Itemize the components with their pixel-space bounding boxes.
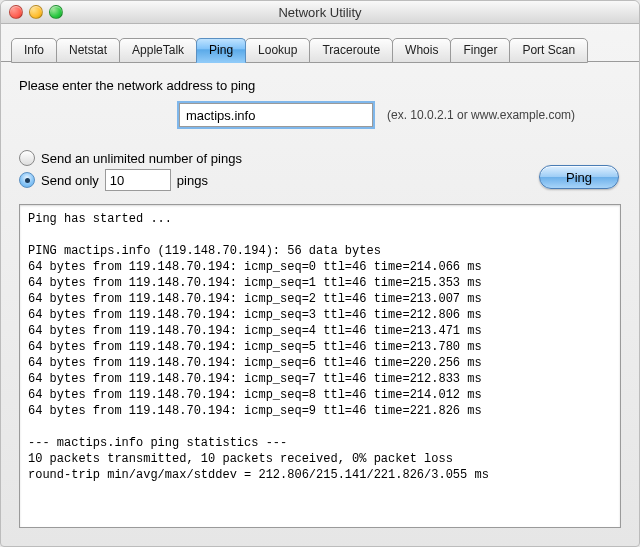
address-prompt: Please enter the network address to ping: [19, 78, 621, 93]
content-area: Please enter the network address to ping…: [1, 62, 639, 546]
output-text: Ping has started ... PING mactips.info (…: [28, 211, 612, 483]
radio-limited-prefix: Send only: [41, 173, 99, 188]
address-input[interactable]: [179, 103, 373, 127]
window-title: Network Utility: [278, 5, 361, 20]
tab-finger[interactable]: Finger: [450, 38, 510, 63]
tab-label: Port Scan: [522, 43, 575, 57]
close-icon[interactable]: [9, 5, 23, 19]
tab-traceroute[interactable]: Traceroute: [309, 38, 393, 63]
tab-info[interactable]: Info: [11, 38, 57, 63]
output-panel[interactable]: Ping has started ... PING mactips.info (…: [19, 204, 621, 528]
minimize-icon[interactable]: [29, 5, 43, 19]
tab-label: Lookup: [258, 43, 297, 57]
tab-label: Netstat: [69, 43, 107, 57]
tab-label: Traceroute: [322, 43, 380, 57]
tab-appletalk[interactable]: AppleTalk: [119, 38, 197, 63]
radio-limited-row[interactable]: Send only pings: [19, 169, 242, 191]
tab-label: AppleTalk: [132, 43, 184, 57]
radio-limited[interactable]: [19, 172, 35, 188]
tab-netstat[interactable]: Netstat: [56, 38, 120, 63]
radio-unlimited-row[interactable]: Send an unlimited number of pings: [19, 150, 242, 166]
ping-options: Send an unlimited number of pings Send o…: [19, 147, 242, 194]
ping-button-label: Ping: [566, 170, 592, 185]
tab-port-scan[interactable]: Port Scan: [509, 38, 588, 63]
tab-bar: InfoNetstatAppleTalkPingLookupTraceroute…: [11, 38, 629, 62]
ping-count-input[interactable]: [105, 169, 171, 191]
tab-lookup[interactable]: Lookup: [245, 38, 310, 63]
ping-options-row: Send an unlimited number of pings Send o…: [19, 147, 621, 194]
ping-button[interactable]: Ping: [539, 165, 619, 189]
tab-label: Ping: [209, 43, 233, 57]
zoom-icon[interactable]: [49, 5, 63, 19]
tab-label: Whois: [405, 43, 438, 57]
network-utility-window: Network Utility InfoNetstatAppleTalkPing…: [0, 0, 640, 547]
radio-limited-suffix: pings: [177, 173, 208, 188]
radio-unlimited[interactable]: [19, 150, 35, 166]
titlebar: Network Utility: [1, 1, 639, 24]
address-example-hint: (ex. 10.0.2.1 or www.example.com): [387, 108, 575, 122]
tab-label: Info: [24, 43, 44, 57]
radio-unlimited-label: Send an unlimited number of pings: [41, 151, 242, 166]
tab-label: Finger: [463, 43, 497, 57]
tab-ping[interactable]: Ping: [196, 38, 246, 63]
traffic-lights: [9, 5, 63, 19]
address-row: (ex. 10.0.2.1 or www.example.com): [179, 103, 621, 127]
tab-whois[interactable]: Whois: [392, 38, 451, 63]
